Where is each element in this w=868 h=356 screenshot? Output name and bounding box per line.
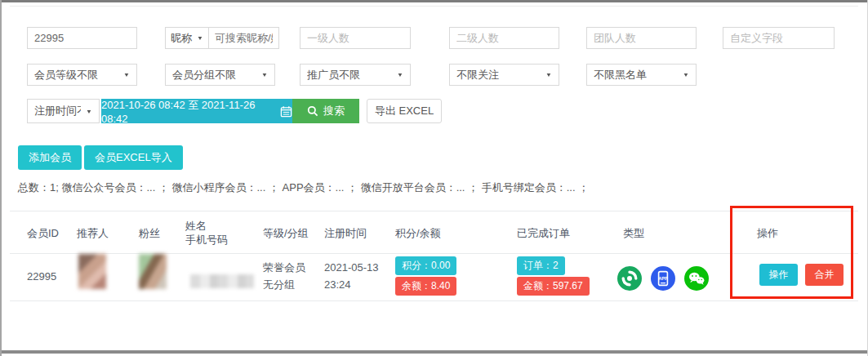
col-header-name-phone: 姓名 手机号码 xyxy=(185,219,228,247)
window-left-edge xyxy=(0,0,2,356)
promoter-label: 推广员不限 xyxy=(307,68,392,82)
blacklist-filter-label: 不限黑名单 xyxy=(594,68,678,82)
search-button-label: 搜索 xyxy=(323,104,345,118)
svg-text:APP: APP xyxy=(658,276,668,281)
window-top-edge xyxy=(0,0,868,2)
table-header-border xyxy=(10,253,858,254)
wechat-open-platform-icon xyxy=(617,266,642,291)
member-count-summary: 总数：1; 微信公众号会员：... ； 微信小程序会员：... ； APP会员：… xyxy=(18,180,589,195)
col-header-reg-time: 注册时间 xyxy=(324,226,367,241)
member-id-input[interactable] xyxy=(27,27,137,49)
app-icon: APP xyxy=(651,266,675,291)
referrer-avatar xyxy=(78,254,106,289)
window-bottom-edge xyxy=(0,350,868,354)
nickname-search-group: 昵称 ▼ xyxy=(165,27,279,49)
member-type-icons: APP xyxy=(617,266,709,291)
promoter-select[interactable]: 推广员不限 ▼ xyxy=(300,64,411,86)
date-range-text: 2021-10-26 08:42 至 2021-11-26 08:42 xyxy=(101,98,274,125)
member-level-select[interactable]: 会员等级不限 ▼ xyxy=(27,64,137,86)
row-action-button[interactable]: 操作 xyxy=(759,264,798,286)
search-icon xyxy=(307,105,318,117)
col-header-type: 类型 xyxy=(623,226,644,241)
register-time-select[interactable]: 注册时间不限 ▼ xyxy=(27,99,100,123)
nickname-search-input[interactable] xyxy=(209,27,279,49)
chevron-down-icon: ▼ xyxy=(197,35,203,42)
reg-date-value: 2021-05-13 xyxy=(324,259,379,276)
level1-count-input[interactable] xyxy=(300,27,411,49)
blacklist-filter-select[interactable]: 不限黑名单 ▼ xyxy=(586,64,697,86)
table-row-border xyxy=(10,300,858,301)
cell-reg-time: 2021-05-13 23:24 xyxy=(324,259,379,293)
col-header-fans: 粉丝 xyxy=(139,226,160,241)
custom-field-input[interactable] xyxy=(723,27,835,49)
points-badge: 积分：0.00 xyxy=(395,256,456,275)
chevron-down-icon: ▼ xyxy=(683,72,689,78)
fan-avatar xyxy=(139,254,167,289)
level2-count-input[interactable] xyxy=(449,27,559,49)
chevron-down-icon: ▼ xyxy=(86,108,92,114)
amount-badge: 金额：597.67 xyxy=(517,277,590,296)
col-header-referrer: 推荐人 xyxy=(77,226,109,241)
member-admin-panel: 昵称 ▼ 会员等级不限 ▼ 会员分组不限 ▼ 推广员不限 ▼ 不限关注 ▼ 不限… xyxy=(0,0,868,356)
register-time-label: 注册时间不限 xyxy=(34,104,81,118)
cell-level-group: 荣誉会员 无分组 xyxy=(263,259,305,293)
team-count-input[interactable] xyxy=(586,27,697,49)
member-level-label: 会员等级不限 xyxy=(34,68,118,82)
member-level-value: 荣誉会员 xyxy=(263,259,305,276)
add-member-button[interactable]: 添加会员 xyxy=(18,145,82,170)
cell-member-id: 22995 xyxy=(27,270,56,283)
member-group-select[interactable]: 会员分组不限 ▼ xyxy=(165,64,275,86)
col-header-points-balance: 积分/余额 xyxy=(395,226,441,241)
follow-filter-select[interactable]: 不限关注 ▼ xyxy=(449,64,559,86)
chevron-down-icon: ▼ xyxy=(261,72,268,78)
row-merge-button[interactable]: 合并 xyxy=(805,264,844,286)
search-button[interactable]: 搜索 xyxy=(292,99,359,123)
balance-badge: 余额：8.40 xyxy=(395,277,456,296)
follow-filter-label: 不限关注 xyxy=(456,68,541,82)
panel-top-divider xyxy=(10,6,858,7)
orders-badge: 订单：2 xyxy=(517,256,565,275)
col-header-phone: 手机号码 xyxy=(185,233,228,247)
member-group-label: 会员分组不限 xyxy=(172,68,256,82)
col-header-name: 姓名 xyxy=(185,219,228,233)
chevron-down-icon: ▼ xyxy=(123,72,130,78)
chevron-down-icon: ▼ xyxy=(397,72,403,78)
calendar-icon xyxy=(280,105,292,118)
col-header-actions: 操作 xyxy=(757,226,778,241)
export-excel-button[interactable]: 导出 EXCEL xyxy=(367,99,442,123)
wechat-icon xyxy=(684,266,709,291)
col-header-member-id: 会员ID xyxy=(27,226,59,241)
member-group-value: 无分组 xyxy=(263,276,305,293)
nickname-field-label: 昵称 xyxy=(171,31,192,46)
add-member-label: 添加会员 xyxy=(29,150,71,165)
col-header-orders: 已完成订单 xyxy=(517,226,570,241)
nickname-field-select[interactable]: 昵称 ▼ xyxy=(165,27,209,49)
date-range-picker[interactable]: 2021-10-26 08:42 至 2021-11-26 08:42 xyxy=(101,99,292,123)
phone-number-blurred xyxy=(190,274,254,288)
col-header-level-group: 等级/分组 xyxy=(263,226,309,241)
import-excel-button[interactable]: 会员EXCEL导入 xyxy=(84,145,183,170)
export-excel-label: 导出 EXCEL xyxy=(375,104,434,118)
table-top-border xyxy=(10,211,858,211)
chevron-down-icon: ▼ xyxy=(545,72,552,78)
import-excel-label: 会员EXCEL导入 xyxy=(95,150,172,165)
reg-time-value: 23:24 xyxy=(324,276,379,293)
